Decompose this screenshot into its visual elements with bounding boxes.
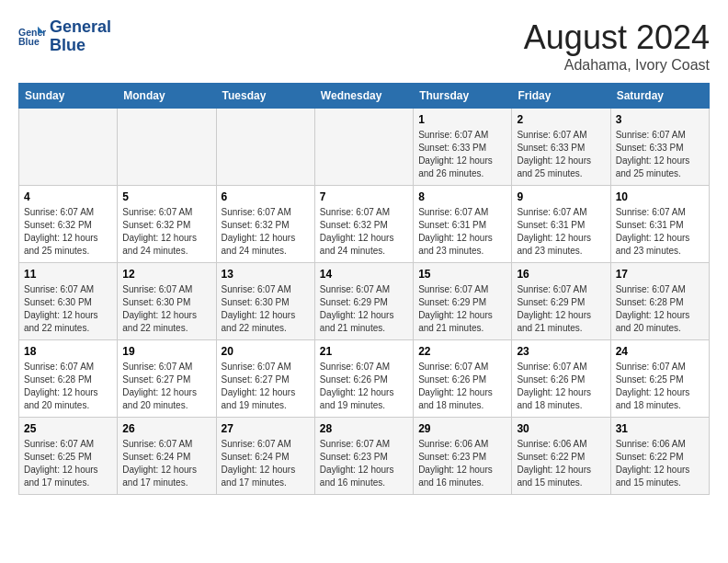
calendar-cell: 13Sunrise: 6:07 AM Sunset: 6:30 PM Dayli… — [216, 263, 314, 340]
day-of-week-header: Sunday — [19, 84, 118, 109]
calendar-cell: 19Sunrise: 6:07 AM Sunset: 6:27 PM Dayli… — [118, 340, 216, 418]
day-number: 8 — [418, 190, 506, 203]
calendar-cell: 20Sunrise: 6:07 AM Sunset: 6:27 PM Dayli… — [216, 340, 314, 418]
day-number: 31 — [616, 422, 704, 435]
calendar-week-row: 11Sunrise: 6:07 AM Sunset: 6:30 PM Dayli… — [19, 263, 710, 340]
calendar-cell: 23Sunrise: 6:07 AM Sunset: 6:26 PM Dayli… — [512, 340, 610, 418]
calendar-cell — [216, 109, 314, 186]
calendar-cell: 1Sunrise: 6:07 AM Sunset: 6:33 PM Daylig… — [414, 109, 512, 186]
day-number: 15 — [418, 268, 506, 281]
calendar-cell: 10Sunrise: 6:07 AM Sunset: 6:31 PM Dayli… — [610, 186, 709, 263]
day-info: Sunrise: 6:07 AM Sunset: 6:29 PM Dayligh… — [320, 283, 408, 335]
calendar-cell: 22Sunrise: 6:07 AM Sunset: 6:26 PM Dayli… — [414, 340, 512, 418]
calendar-cell: 21Sunrise: 6:07 AM Sunset: 6:26 PM Dayli… — [314, 340, 413, 418]
day-of-week-header: Wednesday — [314, 84, 413, 109]
page-subtitle: Adahama, Ivory Coast — [524, 57, 710, 74]
day-info: Sunrise: 6:07 AM Sunset: 6:33 PM Dayligh… — [418, 129, 506, 180]
day-number: 7 — [320, 190, 408, 203]
day-number: 6 — [222, 190, 310, 203]
day-info: Sunrise: 6:07 AM Sunset: 6:23 PM Dayligh… — [320, 438, 408, 489]
calendar-cell: 27Sunrise: 6:07 AM Sunset: 6:24 PM Dayli… — [216, 418, 314, 495]
day-info: Sunrise: 6:07 AM Sunset: 6:30 PM Dayligh… — [222, 283, 310, 335]
day-info: Sunrise: 6:07 AM Sunset: 6:26 PM Dayligh… — [320, 361, 408, 412]
calendar-cell: 6Sunrise: 6:07 AM Sunset: 6:32 PM Daylig… — [216, 186, 314, 263]
calendar-cell: 26Sunrise: 6:07 AM Sunset: 6:24 PM Dayli… — [118, 418, 216, 495]
day-number: 13 — [222, 268, 310, 281]
day-number: 30 — [517, 422, 605, 435]
day-info: Sunrise: 6:06 AM Sunset: 6:22 PM Dayligh… — [616, 438, 704, 489]
calendar-cell — [19, 109, 118, 186]
day-info: Sunrise: 6:07 AM Sunset: 6:24 PM Dayligh… — [122, 438, 210, 489]
day-number: 11 — [24, 268, 112, 281]
logo-text-line1: General Blue — [50, 18, 111, 55]
calendar-header-row: SundayMondayTuesdayWednesdayThursdayFrid… — [19, 84, 710, 109]
day-number: 9 — [517, 190, 605, 203]
day-number: 21 — [320, 345, 408, 358]
day-number: 18 — [24, 345, 112, 358]
calendar-cell: 2Sunrise: 6:07 AM Sunset: 6:33 PM Daylig… — [512, 109, 610, 186]
day-info: Sunrise: 6:07 AM Sunset: 6:26 PM Dayligh… — [418, 361, 506, 412]
calendar-table: SundayMondayTuesdayWednesdayThursdayFrid… — [18, 83, 710, 495]
calendar-week-row: 25Sunrise: 6:07 AM Sunset: 6:25 PM Dayli… — [19, 418, 710, 495]
calendar-week-row: 1Sunrise: 6:07 AM Sunset: 6:33 PM Daylig… — [19, 109, 710, 186]
day-number: 26 — [122, 422, 210, 435]
calendar-cell: 14Sunrise: 6:07 AM Sunset: 6:29 PM Dayli… — [314, 263, 413, 340]
day-of-week-header: Thursday — [414, 84, 512, 109]
calendar-cell: 3Sunrise: 6:07 AM Sunset: 6:33 PM Daylig… — [610, 109, 709, 186]
day-number: 22 — [418, 345, 506, 358]
day-number: 4 — [24, 190, 112, 203]
day-info: Sunrise: 6:07 AM Sunset: 6:28 PM Dayligh… — [24, 361, 112, 412]
day-number: 17 — [616, 268, 704, 281]
calendar-cell: 30Sunrise: 6:06 AM Sunset: 6:22 PM Dayli… — [512, 418, 610, 495]
day-info: Sunrise: 6:07 AM Sunset: 6:32 PM Dayligh… — [320, 206, 408, 258]
day-number: 1 — [418, 113, 506, 126]
header: General Blue General Blue August 2024 Ad… — [18, 18, 710, 74]
day-info: Sunrise: 6:07 AM Sunset: 6:29 PM Dayligh… — [517, 283, 605, 335]
day-info: Sunrise: 6:07 AM Sunset: 6:31 PM Dayligh… — [616, 206, 704, 258]
day-info: Sunrise: 6:07 AM Sunset: 6:25 PM Dayligh… — [24, 438, 112, 489]
calendar-cell: 17Sunrise: 6:07 AM Sunset: 6:28 PM Dayli… — [610, 263, 709, 340]
logo: General Blue General Blue — [18, 18, 111, 55]
day-info: Sunrise: 6:07 AM Sunset: 6:33 PM Dayligh… — [616, 129, 704, 180]
calendar-cell: 25Sunrise: 6:07 AM Sunset: 6:25 PM Dayli… — [19, 418, 118, 495]
calendar-week-row: 18Sunrise: 6:07 AM Sunset: 6:28 PM Dayli… — [19, 340, 710, 418]
calendar-cell: 9Sunrise: 6:07 AM Sunset: 6:31 PM Daylig… — [512, 186, 610, 263]
day-info: Sunrise: 6:07 AM Sunset: 6:32 PM Dayligh… — [24, 206, 112, 258]
day-number: 3 — [616, 113, 704, 126]
day-number: 23 — [517, 345, 605, 358]
day-info: Sunrise: 6:07 AM Sunset: 6:28 PM Dayligh… — [616, 283, 704, 335]
svg-text:Blue: Blue — [18, 36, 40, 47]
calendar-cell: 8Sunrise: 6:07 AM Sunset: 6:31 PM Daylig… — [414, 186, 512, 263]
day-number: 28 — [320, 422, 408, 435]
day-number: 14 — [320, 268, 408, 281]
day-of-week-header: Monday — [118, 84, 216, 109]
day-of-week-header: Saturday — [610, 84, 709, 109]
day-info: Sunrise: 6:07 AM Sunset: 6:31 PM Dayligh… — [517, 206, 605, 258]
day-info: Sunrise: 6:07 AM Sunset: 6:24 PM Dayligh… — [222, 438, 310, 489]
day-number: 20 — [222, 345, 310, 358]
calendar-cell — [118, 109, 216, 186]
calendar-cell: 18Sunrise: 6:07 AM Sunset: 6:28 PM Dayli… — [19, 340, 118, 418]
calendar-cell: 12Sunrise: 6:07 AM Sunset: 6:30 PM Dayli… — [118, 263, 216, 340]
day-info: Sunrise: 6:06 AM Sunset: 6:23 PM Dayligh… — [418, 438, 506, 489]
calendar-week-row: 4Sunrise: 6:07 AM Sunset: 6:32 PM Daylig… — [19, 186, 710, 263]
day-number: 16 — [517, 268, 605, 281]
calendar-cell: 16Sunrise: 6:07 AM Sunset: 6:29 PM Dayli… — [512, 263, 610, 340]
day-info: Sunrise: 6:07 AM Sunset: 6:33 PM Dayligh… — [517, 129, 605, 180]
day-info: Sunrise: 6:07 AM Sunset: 6:31 PM Dayligh… — [418, 206, 506, 258]
day-info: Sunrise: 6:07 AM Sunset: 6:30 PM Dayligh… — [24, 283, 112, 335]
day-number: 25 — [24, 422, 112, 435]
day-number: 29 — [418, 422, 506, 435]
day-of-week-header: Friday — [512, 84, 610, 109]
day-number: 5 — [122, 190, 210, 203]
day-info: Sunrise: 6:07 AM Sunset: 6:32 PM Dayligh… — [222, 206, 310, 258]
calendar-cell: 15Sunrise: 6:07 AM Sunset: 6:29 PM Dayli… — [414, 263, 512, 340]
day-info: Sunrise: 6:07 AM Sunset: 6:27 PM Dayligh… — [222, 361, 310, 412]
day-info: Sunrise: 6:06 AM Sunset: 6:22 PM Dayligh… — [517, 438, 605, 489]
calendar-cell: 5Sunrise: 6:07 AM Sunset: 6:32 PM Daylig… — [118, 186, 216, 263]
calendar-cell: 24Sunrise: 6:07 AM Sunset: 6:25 PM Dayli… — [610, 340, 709, 418]
day-number: 12 — [122, 268, 210, 281]
day-info: Sunrise: 6:07 AM Sunset: 6:32 PM Dayligh… — [122, 206, 210, 258]
title-area: August 2024 Adahama, Ivory Coast — [524, 18, 710, 74]
calendar-cell: 31Sunrise: 6:06 AM Sunset: 6:22 PM Dayli… — [610, 418, 709, 495]
